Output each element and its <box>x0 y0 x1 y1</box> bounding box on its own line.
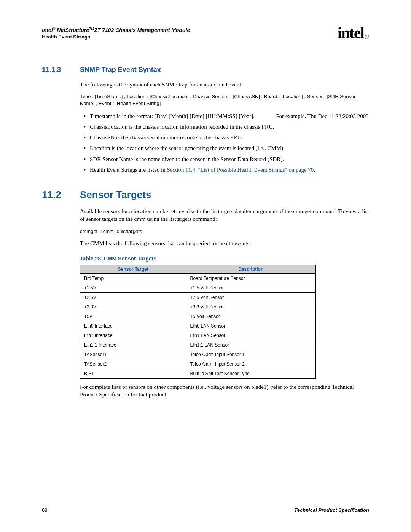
list-item: ChassisLocation is the chassis location … <box>80 123 369 131</box>
col-header-target: Sensor Target <box>80 265 186 273</box>
header-left: Intel® NetStructureTMZT 7102 Chassis Man… <box>42 27 190 40</box>
page-header: Intel® NetStructureTMZT 7102 Chassis Man… <box>42 27 369 45</box>
list-item: SDR Sensor Name is the name given to the… <box>80 155 369 163</box>
bullet-text-post: . <box>314 167 315 173</box>
cell-desc: +5 Volt Sensor <box>186 312 315 321</box>
cell-desc: Built-in Self Test Sensor Type <box>186 369 315 378</box>
cell-target: +3.3V <box>80 302 186 312</box>
table-row: Eth0 InterfaceEth0 LAN Sensor <box>80 321 316 331</box>
bullet-text: Timestamp is in the format: [Day] [Month… <box>90 113 255 119</box>
table-row: +5V+5 Volt Sensor <box>80 312 316 321</box>
table-row: +1.5V+1.5 Volt Sensor <box>80 283 316 292</box>
list-item: ChassisSN is the chassis serial number r… <box>80 134 369 141</box>
page-footer: 68 Technical Product Specification <box>42 507 369 513</box>
para: Available sensors for a location can be … <box>80 208 369 223</box>
title-suffix: ZT 7102 Chassis Management Module <box>94 27 190 33</box>
section-11-2-body: Available sensors for a location can be … <box>80 208 369 398</box>
table-row: Eth1 InterfaceEth1 LAN Sensor <box>80 331 316 340</box>
heading-11-2: 11.2 Sensor Targets <box>42 189 369 201</box>
cell-target: Eth0 Interface <box>80 321 186 331</box>
syntax-block: Time : [TimeStamp] , Location : [Chassis… <box>80 93 369 107</box>
col-header-description: Description <box>186 265 315 273</box>
table-row: TASensor2Telco Alarm Input Sensor 2 <box>80 359 316 369</box>
para: For complete lists of sensors on other c… <box>80 383 369 399</box>
bullet-text-pre: Health Event Strings are listed in <box>90 167 167 173</box>
cell-desc: Telco Alarm Input Sensor 1 <box>186 350 315 359</box>
cell-target: +5V <box>80 312 186 321</box>
tm-mark: TM <box>89 27 94 30</box>
table-row: TASensor1Telco Alarm Input Sensor 1 <box>80 350 316 359</box>
cell-target: BIST <box>80 369 186 378</box>
bullet-list: Timestamp is in the format: [Day] [Month… <box>80 112 369 174</box>
sensor-targets-table: Sensor Target Description Brd TempBoard … <box>80 265 316 379</box>
table-row: +2.5V+2.5 Volt Sensor <box>80 292 316 302</box>
page: Intel® NetStructureTMZT 7102 Chassis Man… <box>0 0 411 532</box>
table-row: Brd TempBoard Temperature Sensor <box>80 273 316 283</box>
cell-desc: +2.5 Volt Sensor <box>186 292 315 302</box>
bullet-text: ChassisLocation is the chassis location … <box>90 124 274 130</box>
cell-target: Eth1 Interface <box>80 331 186 340</box>
bullet-text: ChassisSN is the chassis serial number r… <box>90 134 243 141</box>
content: 11.1.3 SNMP Trap Event Syntax The follow… <box>42 66 369 398</box>
cell-desc: +3.3 Volt Sensor <box>186 302 315 312</box>
document-title: Intel® NetStructureTMZT 7102 Chassis Man… <box>42 27 190 33</box>
cross-ref-link[interactable]: Section 11.4, "List of Possible Health E… <box>167 167 314 173</box>
bullet-example: For example, Thu Dec 11 22:20:03 2003 <box>276 113 369 119</box>
list-item: Location is the location where the senso… <box>80 144 369 152</box>
footer-doc-type: Technical Product Specification <box>294 507 369 513</box>
section-11-1-3-body: The following is the syntax of each SNMP… <box>80 81 369 174</box>
title-mid: NetStructure <box>55 27 89 33</box>
cell-desc: Eth0 LAN Sensor <box>186 321 315 331</box>
para: The CMM lists the following sensors that… <box>80 240 369 247</box>
intel-logo: intelR <box>338 24 369 42</box>
list-item: Timestamp is in the format: [Day] [Month… <box>80 112 369 120</box>
logo-reg-icon: R <box>365 35 369 39</box>
bullet-text: Location is the location where the senso… <box>90 145 283 151</box>
cell-target: TASensor2 <box>80 359 186 369</box>
cell-desc: Eth1:1 LAN Sensor <box>186 340 315 350</box>
bullet-text: SDR Sensor Name is the name given to the… <box>90 156 284 162</box>
heading-11-1-3: 11.1.3 SNMP Trap Event Syntax <box>42 66 369 74</box>
cell-target: Brd Temp <box>80 273 186 283</box>
cell-target: Eth1:1 Interface <box>80 340 186 350</box>
table-caption: Table 28. CMM Sensor Targets <box>80 256 369 262</box>
header-subtitle: Health Event Strings <box>42 34 190 40</box>
heading-number: 11.2 <box>42 189 80 201</box>
logo-text: intel <box>338 24 364 42</box>
table-row: BISTBuilt-in Self Test Sensor Type <box>80 369 316 378</box>
cell-target: +2.5V <box>80 292 186 302</box>
heading-number: 11.1.3 <box>42 66 80 74</box>
heading-title: Sensor Targets <box>80 189 151 201</box>
cell-desc: Board Temperature Sensor <box>186 273 315 283</box>
heading-title: SNMP Trap Event Syntax <box>80 66 161 74</box>
table-header-row: Sensor Target Description <box>80 265 316 273</box>
title-prefix: Intel <box>42 27 53 33</box>
command-line: cmmget -l cmm -d listtargets <box>80 228 369 234</box>
intro-para: The following is the syntax of each SNMP… <box>80 81 369 88</box>
cell-desc: +1.5 Volt Sensor <box>186 283 315 292</box>
cell-desc: Eth1 LAN Sensor <box>186 331 315 340</box>
cell-target: TASensor1 <box>80 350 186 359</box>
cell-target: +1.5V <box>80 283 186 292</box>
list-item: Health Event Strings are listed in Secti… <box>80 166 369 174</box>
cell-desc: Telco Alarm Input Sensor 2 <box>186 359 315 369</box>
table-row: +3.3V+3.3 Volt Sensor <box>80 302 316 312</box>
table-row: Eth1:1 InterfaceEth1:1 LAN Sensor <box>80 340 316 350</box>
page-number: 68 <box>42 507 47 513</box>
